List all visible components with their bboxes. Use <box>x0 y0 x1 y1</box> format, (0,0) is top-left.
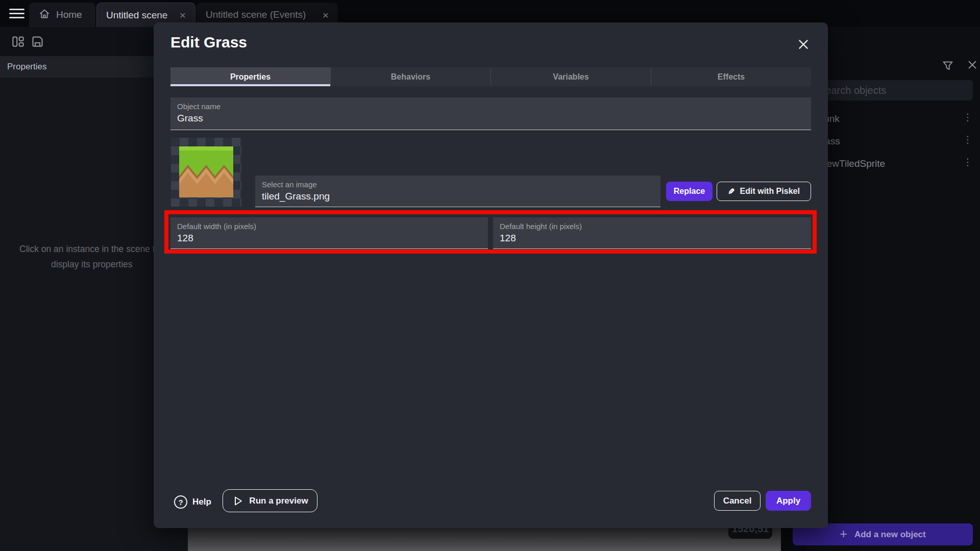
object-menu-icon[interactable]: ⋮ <box>962 112 974 123</box>
save-icon[interactable] <box>31 35 44 51</box>
objects-panel <box>806 27 980 551</box>
replace-button[interactable]: Replace <box>666 182 713 201</box>
field-value: 128 <box>500 233 516 244</box>
question-icon: ? <box>174 495 187 509</box>
field-label: Select an image <box>262 180 317 189</box>
default-height-field[interactable]: Default height (in pixels) 128 <box>493 217 811 249</box>
empty-state-text: Click on an instance in the scene to <box>19 244 160 255</box>
close-tab-icon[interactable]: × <box>180 10 186 20</box>
select-image-field[interactable]: Select an image tiled_Grass.png <box>255 176 660 207</box>
tab-label: Home <box>56 9 82 20</box>
toggle-panels-icon[interactable] <box>11 35 25 51</box>
close-dialog-icon[interactable] <box>797 38 811 52</box>
tab-label: Untitled scene <box>106 10 167 21</box>
home-icon <box>38 8 51 22</box>
field-value: tiled_Grass.png <box>262 191 330 202</box>
apply-button[interactable]: Apply <box>766 491 811 511</box>
field-label: Default height (in pixels) <box>500 222 582 231</box>
object-list-item[interactable]: NewTiledSprite <box>820 158 885 169</box>
tab-variables[interactable]: Variables <box>491 67 651 86</box>
dialog-tabs: Properties Behaviors Variables Effects <box>170 67 811 86</box>
tab-effects[interactable]: Effects <box>651 67 811 86</box>
scene-canvas[interactable] <box>188 528 781 551</box>
filter-icon[interactable] <box>941 59 954 74</box>
object-menu-icon[interactable]: ⋮ <box>962 135 974 145</box>
object-name-field[interactable]: Object name Grass <box>170 97 811 130</box>
help-button[interactable]: ? Help <box>171 492 214 512</box>
empty-state-text: display its properties <box>51 259 133 270</box>
tab-home[interactable]: Home <box>29 3 95 27</box>
field-label: Object name <box>177 102 220 111</box>
cancel-button[interactable]: Cancel <box>714 491 761 511</box>
default-width-field[interactable]: Default width (in pixels) 128 <box>170 217 488 249</box>
field-value: 128 <box>177 233 193 244</box>
run-preview-button[interactable]: Run a preview <box>223 489 317 512</box>
dialog-title: Edit Grass <box>170 34 247 51</box>
object-image-thumbnail <box>171 138 241 207</box>
app-root: Home Untitled scene × Untitled scene (Ev… <box>0 0 980 551</box>
edit-object-dialog: Edit Grass Properties Behaviors Variable… <box>154 22 828 528</box>
field-label: Default width (in pixels) <box>177 222 256 231</box>
edit-with-piskel-button[interactable]: ✎ Edit with Piskel <box>717 182 811 201</box>
tab-behaviors[interactable]: Behaviors <box>330 67 491 86</box>
tab-label: Untitled scene (Events) <box>206 9 306 20</box>
tab-properties[interactable]: Properties <box>170 67 330 86</box>
add-object-label: Add a new object <box>854 530 926 540</box>
menu-icon[interactable] <box>9 9 24 19</box>
play-icon <box>232 495 244 507</box>
close-panel-icon[interactable] <box>966 58 979 73</box>
plus-icon: + <box>840 527 847 541</box>
search-objects-input[interactable] <box>815 80 973 101</box>
pencil-icon: ✎ <box>728 187 734 196</box>
close-tab-icon[interactable]: × <box>323 10 329 20</box>
object-menu-icon[interactable]: ⋮ <box>962 157 974 168</box>
field-value: Grass <box>177 113 203 124</box>
